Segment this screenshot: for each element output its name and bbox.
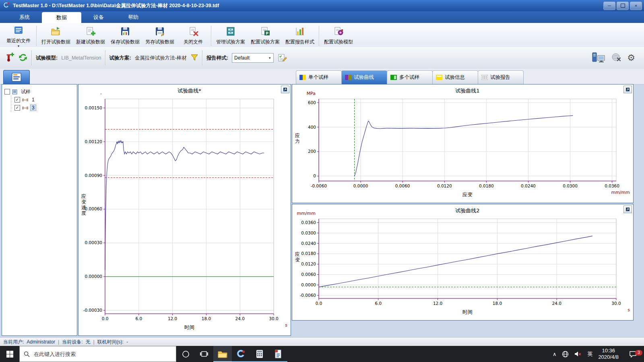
file-explorer-button[interactable]: [213, 346, 232, 362]
taskbar-clock[interactable]: 10:36 2020/4/8: [595, 348, 621, 361]
svg-text:30.0: 30.0: [611, 301, 621, 306]
root-checkbox[interactable]: [4, 89, 10, 95]
toolbar-separator: [31, 50, 32, 66]
svg-text:0.00060: 0.00060: [85, 206, 102, 211]
popout-button[interactable]: [623, 86, 632, 93]
settings-gear-icon[interactable]: ⚙: [627, 53, 635, 62]
tab-single-specimen[interactable]: 单个试样: [296, 70, 342, 84]
tree-item-3[interactable]: ✓ 3: [14, 104, 74, 112]
title-bar: TestMaster 1.0 - D:\TestMaster 1.0\bin\D…: [0, 0, 644, 11]
save-as-data-icon: [155, 26, 165, 38]
svg-text:P: P: [266, 31, 268, 35]
start-button[interactable]: [0, 346, 19, 362]
model-label: 试验模型:: [36, 55, 58, 62]
taskbar-search[interactable]: [19, 346, 176, 362]
save-data-icon: [120, 26, 130, 38]
item-checkbox[interactable]: ✓: [14, 105, 20, 111]
menu-item-help[interactable]: 帮助: [116, 11, 151, 23]
menu-item-device[interactable]: 设备: [81, 11, 116, 23]
config-report-style-button[interactable]: 配置报告样式: [283, 24, 317, 48]
new-data-icon: [85, 26, 96, 38]
svg-text:应变: 应变: [462, 191, 473, 197]
language-indicator[interactable]: 英: [584, 350, 595, 358]
recent-files-button[interactable]: 最近的文件 ▼: [2, 24, 35, 48]
ribbon-button-label: 关闭文件: [184, 39, 203, 45]
svg-text:18.0: 18.0: [493, 301, 502, 306]
ribbon-separator: [319, 26, 320, 46]
tab-multiple-specimens[interactable]: 多个试样: [387, 70, 433, 84]
svg-text:-0.00030: -0.00030: [83, 308, 102, 313]
calculator-button[interactable]: [250, 346, 269, 362]
svg-text:-0.0060: -0.0060: [299, 293, 316, 298]
svg-text:力: 力: [295, 138, 300, 144]
document-app-button[interactable]: [269, 346, 287, 362]
svg-text:应: 应: [81, 193, 86, 199]
menu-item-system[interactable]: 系统: [7, 11, 42, 23]
testmaster-app-button[interactable]: [232, 346, 250, 362]
minimize-button[interactable]: ─: [603, 2, 615, 10]
svg-text:12.0: 12.0: [433, 301, 442, 306]
tree-item-1[interactable]: ✓ 1: [14, 96, 74, 104]
refresh-icon[interactable]: [18, 53, 28, 63]
report-style-select[interactable]: Default ▼: [232, 53, 274, 63]
open-data-button[interactable]: 打开试验数据: [39, 24, 73, 48]
specimen-tree-panel: 试样 ✓ 1 ✓ 3: [2, 84, 77, 336]
windows-logo-icon: [6, 351, 13, 358]
tab-test-curve[interactable]: 试验曲线: [341, 70, 387, 84]
item-checkbox[interactable]: ✓: [14, 97, 20, 103]
window-title: TestMaster 1.0 - D:\TestMaster 1.0\bin\D…: [13, 2, 219, 9]
task-view-button[interactable]: [195, 346, 213, 362]
save-as-data-button[interactable]: 另存试验数据: [142, 24, 177, 48]
device-status-icon[interactable]: [592, 52, 605, 64]
svg-text:mm/mm: mm/mm: [611, 190, 630, 195]
ribbon-separator: [36, 26, 37, 46]
status-bar: 当前用户: Administrator | 当前设备: 无 | 联机时间(s):…: [0, 337, 644, 346]
svg-text:0.0240: 0.0240: [521, 183, 536, 188]
config-scheme-button[interactable]: P 配置试验方案: [248, 24, 283, 48]
search-input[interactable]: [33, 351, 172, 358]
svg-text:试验曲线1: 试验曲线1: [455, 88, 479, 94]
svg-text:0.00120: 0.00120: [85, 139, 102, 144]
close-file-button[interactable]: 关闭文件: [177, 24, 209, 48]
config-model-button[interactable]: 配置试验模型: [321, 24, 356, 48]
popout-icon: [625, 207, 630, 212]
filter-funnel-icon[interactable]: [190, 54, 198, 62]
tab-test-info[interactable]: 试验信息: [432, 70, 478, 84]
menu-bar: 系统 数据 设备 帮助: [0, 11, 644, 23]
clock-time: 10:36: [602, 348, 615, 354]
test-curve-icon: [345, 75, 351, 80]
tree-root-row[interactable]: 试样: [4, 88, 74, 96]
popout-button[interactable]: [623, 206, 632, 213]
specimen-list-tab[interactable]: [3, 70, 30, 84]
ribbon-button-label: 配置试验方案: [251, 39, 280, 45]
tab-label: 单个试样: [308, 74, 328, 81]
report-edit-icon[interactable]: [277, 53, 287, 64]
new-data-button[interactable]: 新建试验数据: [73, 24, 108, 48]
save-data-button[interactable]: 保存试验数据: [108, 24, 142, 48]
maximize-button[interactable]: [617, 2, 629, 10]
online-time-label: 联机时间(s):: [97, 339, 124, 346]
offline-status-icon[interactable]: [611, 52, 621, 64]
tab-test-report[interactable]: 试验报告: [478, 70, 524, 84]
close-button[interactable]: ×: [630, 2, 642, 10]
svg-text:0.00000: 0.00000: [85, 274, 102, 279]
svg-text:应: 应: [295, 251, 300, 257]
menu-item-data[interactable]: 数据: [42, 12, 81, 23]
multiple-specimens-icon: [390, 75, 397, 80]
network-icon[interactable]: [559, 351, 572, 358]
add-connection-icon[interactable]: [4, 53, 14, 64]
notification-center-button[interactable]: 3: [621, 351, 644, 358]
ribbon-button-label: 配置试验模型: [324, 39, 353, 45]
tray-expand-button[interactable]: ∧: [550, 351, 559, 357]
popout-button[interactable]: [281, 86, 289, 93]
svg-text:0.0180: 0.0180: [301, 251, 316, 256]
ribbon-button-label: 打开试验数据: [41, 39, 70, 45]
tree-item-label: 1: [30, 97, 36, 103]
clock-date: 2020/4/8: [598, 354, 619, 360]
svg-text:变: 变: [81, 199, 86, 205]
toolbar-separator: [202, 50, 203, 66]
volume-muted-icon[interactable]: [572, 351, 584, 357]
online-time-value: -: [126, 339, 128, 345]
manage-scheme-button[interactable]: 管理试验方案: [213, 24, 248, 48]
cortana-button[interactable]: [176, 346, 195, 362]
